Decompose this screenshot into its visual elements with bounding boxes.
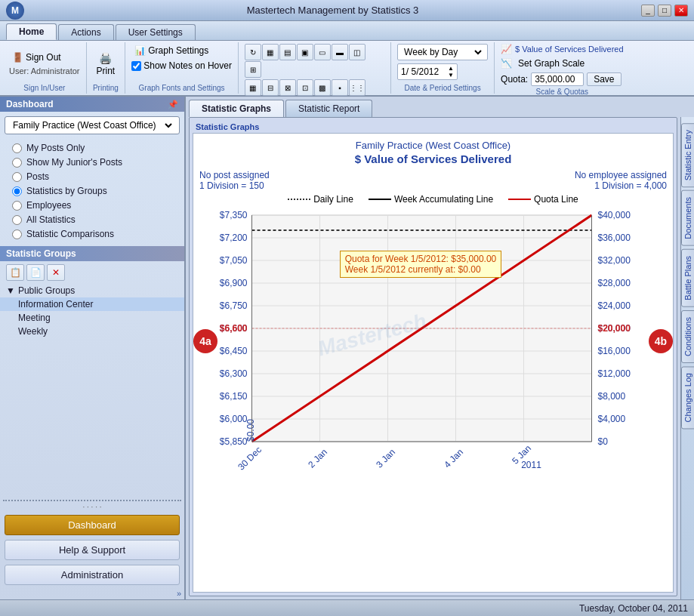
- graph-icon-1[interactable]: ↻: [245, 44, 261, 60]
- radio-posts[interactable]: Posts: [12, 171, 172, 183]
- window-controls: _ □ ✕: [641, 5, 688, 17]
- graph-icon-4[interactable]: ▣: [297, 44, 313, 60]
- graph-icon-13[interactable]: ▩: [314, 79, 331, 96]
- right-tab-documents[interactable]: Documents: [681, 190, 695, 246]
- ribbon-section-scale: 📈 $ Value of Services Delivered 📉 Set Gr…: [495, 42, 629, 94]
- chart-info: No post assigned 1 Division = 150 No emp…: [199, 170, 667, 191]
- group-weekly[interactable]: Weekly: [0, 325, 184, 338]
- show-notes-checkbox-label[interactable]: Show Notes on Hover: [131, 60, 232, 71]
- radio-my-posts[interactable]: My Posts Only: [12, 142, 172, 154]
- close-button[interactable]: ✕: [674, 5, 688, 17]
- show-notes-checkbox[interactable]: [131, 61, 141, 71]
- graph-icon-9[interactable]: ▦: [245, 79, 261, 96]
- sidebar-expand-button[interactable]: »: [0, 587, 184, 599]
- legend-daily-line-icon: [288, 199, 310, 200]
- scale-value-icon: 📈: [501, 44, 512, 54]
- signin-content: 🚪 Sign Out User: Administrator: [9, 44, 80, 82]
- sidebar-pin-button[interactable]: 📌: [168, 100, 178, 109]
- printing-content: 🖨️ Print: [93, 44, 119, 82]
- administration-nav-button[interactable]: Administration: [5, 565, 180, 585]
- svg-text:$7,200: $7,200: [220, 233, 248, 243]
- signout-icon: 🚪: [12, 52, 23, 63]
- graph-settings-button[interactable]: 📊 Graph Settings: [131, 44, 211, 57]
- printing-section-label: Printing: [93, 82, 119, 92]
- graph-icon-8[interactable]: ⊞: [245, 61, 261, 78]
- quota-input[interactable]: [531, 72, 584, 86]
- radio-stats-groups[interactable]: Statistics by Groups: [12, 185, 172, 197]
- title-bar: M Mastertech Management by Statistics 3 …: [0, 0, 694, 21]
- svg-text:$0: $0: [598, 436, 609, 447]
- public-groups-parent[interactable]: ▼ Public Groups: [0, 284, 184, 297]
- period-dropdown[interactable]: Week by Day: [401, 46, 484, 58]
- status-text: Tuesday, October 04, 2011: [579, 603, 688, 614]
- chart-frame: Family Practice (West Coast Office) $ Va…: [193, 133, 674, 593]
- svg-text:$6,750: $6,750: [220, 300, 248, 311]
- legend-quota-line: Quota Line: [508, 194, 578, 205]
- group-meeting[interactable]: Meeting: [0, 311, 184, 325]
- tab-statistic-graphs[interactable]: Statistic Graphs: [189, 100, 284, 117]
- graph-icon-15[interactable]: ⋮⋮: [349, 79, 366, 96]
- expand-icon: ▼: [6, 285, 15, 296]
- print-button[interactable]: 🖨️ Print: [93, 48, 119, 79]
- graph-icon-11[interactable]: ⊠: [279, 79, 296, 96]
- legend-weekly-line-icon: [369, 199, 391, 200]
- set-graph-scale-button[interactable]: Set Graph Scale: [515, 57, 588, 70]
- tab-user-settings[interactable]: User Settings: [116, 24, 196, 40]
- sidebar: Dashboard 📌 Family Practice (West Coast …: [0, 97, 186, 599]
- save-quota-button[interactable]: Save: [587, 72, 621, 86]
- date-input-row: ▲ ▼: [397, 63, 458, 80]
- svg-text:$6,300: $6,300: [220, 368, 248, 379]
- date-spinner[interactable]: ▲ ▼: [448, 65, 454, 79]
- graph-icon-6[interactable]: ▬: [332, 44, 348, 60]
- window-title: Mastertech Management by Statistics 3: [24, 5, 641, 16]
- radio-junior-posts[interactable]: Show My Junior's Posts: [12, 156, 172, 168]
- signin-section-label: Sign In/User: [9, 82, 80, 92]
- right-tab-battle-plans[interactable]: Battle Plans: [681, 249, 695, 307]
- tab-actions[interactable]: Actions: [58, 24, 113, 40]
- date-field[interactable]: [401, 66, 446, 77]
- graph-icon-10[interactable]: ⊟: [262, 79, 279, 96]
- group-info-center[interactable]: Information Center: [0, 297, 184, 311]
- svg-text:$4,000: $4,000: [598, 414, 626, 424]
- graph-icon-2[interactable]: ▦: [262, 44, 279, 60]
- radio-employees[interactable]: Employees: [12, 199, 172, 211]
- ribbon-section-graph-icons: ↻ ▦ ▤ ▣ ▭ ▬ ◫ ⊞ ▦ ⊟ ⊠ ⊡ ▩ ▪ ⋮⋮ ⊕: [239, 42, 391, 94]
- sg-delete-button[interactable]: ✕: [47, 264, 65, 281]
- tab-statistic-report[interactable]: Statistic Report: [285, 100, 372, 117]
- right-tab-conditions[interactable]: Conditions: [681, 310, 695, 363]
- svg-text:$6,600: $6,600: [220, 323, 248, 334]
- help-support-nav-button[interactable]: Help & Support: [5, 540, 180, 560]
- resize-handle[interactable]: · · · · ·: [0, 501, 184, 513]
- ribbon: 🚪 Sign Out User: Administrator Sign In/U…: [0, 41, 694, 97]
- graph-icon-12[interactable]: ⊡: [297, 79, 313, 96]
- annotation-4b-container: 4b: [650, 340, 673, 342]
- legend-daily-line: Daily Line: [288, 194, 353, 205]
- annotation-4a-container: 4a: [193, 340, 216, 342]
- dashboard-nav-button[interactable]: Dashboard: [5, 515, 180, 535]
- svg-text:$16,000: $16,000: [598, 346, 631, 356]
- graph-icon-3[interactable]: ▤: [279, 44, 296, 60]
- minimize-button[interactable]: _: [641, 5, 655, 17]
- graph-icon-14[interactable]: ▪: [332, 79, 348, 96]
- right-tab-statistic-entry[interactable]: Statistic Entry: [681, 123, 695, 187]
- office-dropdown[interactable]: Family Practice (West Coast Office): [5, 116, 180, 134]
- office-select[interactable]: Family Practice (West Coast Office): [10, 119, 174, 131]
- sg-copy-button[interactable]: 📄: [26, 264, 45, 281]
- radio-all-stats[interactable]: All Statistics: [12, 214, 172, 226]
- legend-weekly-line: Week Accumulating Line: [369, 194, 493, 205]
- svg-text:$6,450: $6,450: [220, 346, 248, 356]
- view-radio-group: My Posts Only Show My Junior's Posts Pos…: [0, 139, 184, 243]
- graph-icon-7[interactable]: ◫: [349, 44, 366, 60]
- svg-text:3 Jan: 3 Jan: [374, 447, 397, 470]
- content-tab-bar: Statistic Graphs Statistic Report: [186, 97, 694, 117]
- sign-out-button[interactable]: 🚪 Sign Out: [9, 51, 80, 64]
- graph-icon-5[interactable]: ▭: [314, 44, 331, 60]
- chart-title: Family Practice (West Coast Office): [199, 140, 667, 151]
- sg-add-button[interactable]: 📋: [6, 264, 24, 281]
- period-select[interactable]: Week by Day: [397, 44, 488, 60]
- maximize-button[interactable]: □: [658, 5, 671, 17]
- tab-home[interactable]: Home: [6, 23, 57, 40]
- radio-stat-comparisons[interactable]: Statistic Comparisons: [12, 228, 172, 240]
- chart-left-info1: No post assigned: [199, 170, 270, 180]
- right-tab-changes-log[interactable]: Changes Log: [681, 366, 695, 429]
